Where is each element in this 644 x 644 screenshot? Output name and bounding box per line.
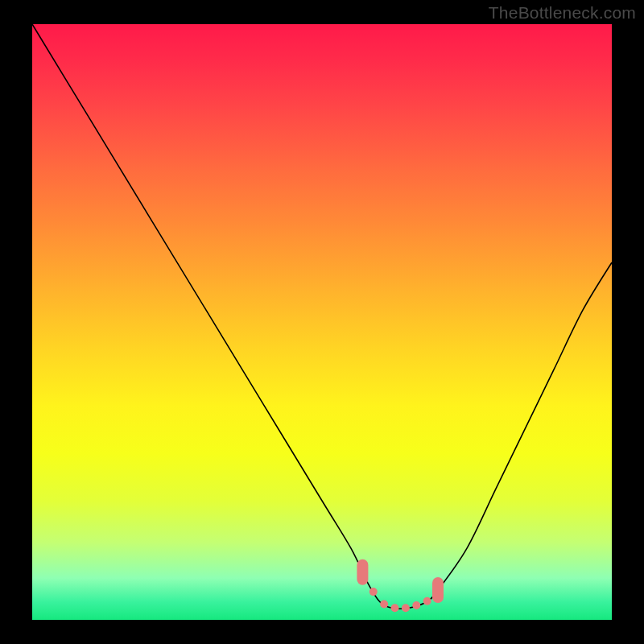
chart-plot-area [32,24,612,620]
svg-rect-3 [380,600,388,608]
curve-path [32,24,612,609]
svg-rect-1 [432,577,444,603]
svg-rect-5 [402,604,410,612]
bottleneck-curve-svg [32,24,612,620]
svg-rect-2 [369,588,378,596]
svg-rect-4 [391,604,399,612]
svg-rect-0 [357,559,368,585]
watermark-text: TheBottleneck.com [489,3,636,23]
svg-rect-6 [412,601,420,609]
svg-rect-7 [423,597,431,605]
